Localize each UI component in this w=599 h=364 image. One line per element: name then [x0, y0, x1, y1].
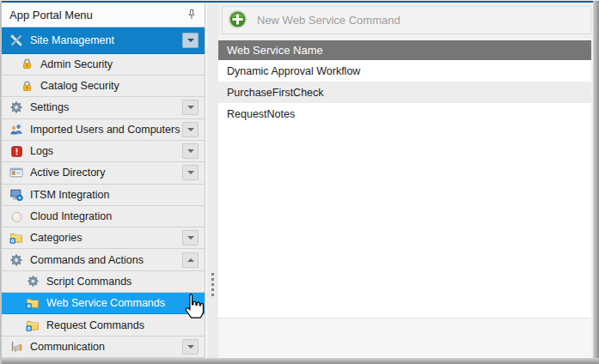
collapse-group-button[interactable] [182, 252, 199, 268]
window-edge-left [0, 1, 2, 364]
sidebar-item-active-directory[interactable]: Active Directory [2, 162, 205, 184]
users-icon [9, 123, 24, 136]
folder-gear-icon [25, 318, 40, 332]
error-log-icon [9, 144, 24, 158]
web-service-name-cell: RequestNotes [227, 108, 295, 120]
sidebar-item-label: ITSM Integration [30, 189, 205, 201]
app-portal-menu-panel: App Portal Menu [2, 3, 205, 358]
lock-icon [19, 58, 34, 71]
sidebar-item-label: Commands and Actions [30, 254, 182, 266]
sidebar-item-imported-users-and-computers[interactable]: Imported Users and Computers [2, 119, 205, 141]
sidebar-item-label: Admin Security [40, 58, 205, 70]
folder-gear-icon [25, 296, 40, 310]
sidebar-item-label: Imported Users and Computers [30, 124, 182, 136]
sidebar-item-logs[interactable]: Logs [2, 141, 205, 162]
expand-group-button[interactable] [182, 165, 199, 180]
expand-group-button[interactable] [182, 143, 199, 159]
column-header-label: Web Service Name [227, 44, 323, 57]
sidebar-item-cloud-integration[interactable]: Cloud Integration [2, 206, 205, 228]
sidebar-item-itsm-integration[interactable]: ITSM Integration [2, 185, 205, 206]
grid-row-purchasefirstcheck[interactable]: PurchaseFirstCheck [218, 82, 591, 103]
sidebar-item-catalog-security[interactable]: Catalog Security [2, 76, 205, 97]
sidebar-item-label: Categories [30, 232, 182, 244]
panel-footer-area [218, 318, 591, 358]
gear-icon [25, 275, 40, 288]
sidebar-item-label: Request Commands [46, 319, 205, 331]
splitter-grip-icon [211, 273, 214, 296]
app-window: App Portal Menu [0, 0, 599, 364]
sidebar-item-site-management[interactable]: Site Management [2, 27, 205, 54]
folder-gear-icon [9, 231, 24, 245]
monitor-gear-icon [9, 188, 24, 202]
sidebar-item-script-commands[interactable]: Script Commands [2, 271, 205, 293]
grid-row-requestnotes[interactable]: RequestNotes [218, 103, 591, 124]
toolbar: New Web Service Command [222, 6, 591, 34]
megaphone-icon [9, 340, 24, 354]
gear-icon [9, 253, 24, 267]
sidebar-item-label: Web Service Commands [46, 297, 205, 309]
tools-icon [9, 33, 24, 47]
sidebar-item-label: Communication [30, 341, 182, 353]
expand-group-button[interactable] [182, 122, 199, 137]
collapse-group-button[interactable] [182, 33, 199, 48]
grid-column-header-web-service-name[interactable]: Web Service Name [218, 40, 591, 60]
window-edge-bottom [0, 358, 599, 364]
expand-group-button[interactable] [182, 339, 199, 355]
sidebar-item-label: Settings [30, 101, 182, 113]
sidebar-item-web-service-commands[interactable]: Web Service Commands [2, 293, 205, 314]
grid-row-dynamic-approval-workflow[interactable]: Dynamic Approval Workflow [218, 60, 591, 82]
pin-icon[interactable] [184, 7, 199, 22]
expand-group-button[interactable] [182, 100, 199, 115]
web-service-name-cell: PurchaseFirstCheck [227, 87, 324, 99]
new-web-service-command-button[interactable]: New Web Service Command [228, 9, 400, 32]
gear-icon [9, 100, 24, 114]
sidebar-item-label: Active Directory [30, 167, 182, 179]
window-content: App Portal Menu [2, 3, 593, 358]
new-web-service-command-label: New Web Service Command [257, 14, 400, 27]
web-service-name-cell: Dynamic Approval Workflow [227, 65, 360, 77]
cloud-icon [9, 209, 24, 223]
sidebar-menu: Site Management Admin Security [2, 27, 205, 358]
sidebar-title: App Portal Menu [9, 9, 184, 21]
sidebar-item-commands-and-actions[interactable]: Commands and Actions [2, 249, 205, 270]
contact-card-icon [9, 166, 24, 179]
sidebar-item-label: Script Commands [46, 276, 205, 288]
sidebar-item-communication[interactable]: Communication [2, 337, 205, 358]
expand-group-button[interactable] [182, 230, 199, 246]
panel-splitter[interactable] [205, 3, 218, 358]
sidebar-item-categories[interactable]: Categories [2, 228, 205, 249]
sidebar-header: App Portal Menu [2, 3, 205, 27]
add-icon [228, 9, 248, 32]
sidebar-item-label: Catalog Security [40, 80, 205, 92]
sidebar-item-settings[interactable]: Settings [2, 97, 205, 118]
lock-icon [19, 79, 34, 93]
window-edge-right [593, 1, 599, 364]
sidebar-item-request-commands[interactable]: Request Commands [2, 314, 205, 336]
sidebar-item-label: Logs [30, 145, 182, 157]
sidebar-item-label: Cloud Integration [30, 210, 205, 222]
web-service-commands-panel: New Web Service Command Web Service Name… [218, 3, 593, 358]
sidebar-item-label: Site Management [30, 34, 182, 46]
sidebar-item-admin-security[interactable]: Admin Security [2, 54, 205, 76]
